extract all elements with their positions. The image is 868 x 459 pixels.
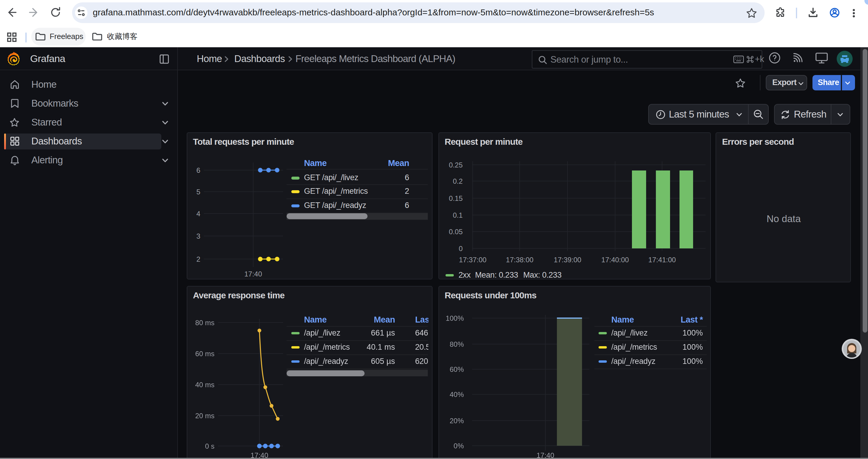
svg-text:40 ms: 40 ms xyxy=(195,381,214,389)
svg-text:3: 3 xyxy=(196,232,200,240)
svg-text:60%: 60% xyxy=(450,365,464,373)
svg-text:100%: 100% xyxy=(445,314,464,322)
svg-text:0.2: 0.2 xyxy=(453,177,462,185)
svg-text:17:40: 17:40 xyxy=(244,270,262,277)
svg-text:0.15: 0.15 xyxy=(448,194,462,202)
svg-text:6: 6 xyxy=(196,166,200,174)
svg-text:0.05: 0.05 xyxy=(448,227,462,235)
svg-text:17:39:00: 17:39:00 xyxy=(553,256,581,263)
svg-text:0.25: 0.25 xyxy=(448,161,462,169)
svg-text:0.1: 0.1 xyxy=(453,211,462,219)
svg-text:80%: 80% xyxy=(450,340,464,348)
svg-text:20%: 20% xyxy=(450,417,464,425)
svg-text:2: 2 xyxy=(196,255,200,263)
svg-text:4: 4 xyxy=(196,209,200,218)
svg-text:0 s: 0 s xyxy=(205,442,214,450)
svg-text:0%: 0% xyxy=(453,442,464,450)
svg-text:17:37:00: 17:37:00 xyxy=(459,256,486,263)
svg-text:80 ms: 80 ms xyxy=(195,319,214,327)
svg-text:17:41:00: 17:41:00 xyxy=(648,256,675,263)
svg-text:60 ms: 60 ms xyxy=(195,350,214,358)
svg-text:17:40:00: 17:40:00 xyxy=(601,256,628,263)
svg-text:40%: 40% xyxy=(450,391,464,398)
svg-text:17:38:00: 17:38:00 xyxy=(505,256,533,263)
svg-text:5: 5 xyxy=(196,188,200,196)
svg-text:20 ms: 20 ms xyxy=(195,412,214,420)
svg-text:0: 0 xyxy=(459,244,462,252)
